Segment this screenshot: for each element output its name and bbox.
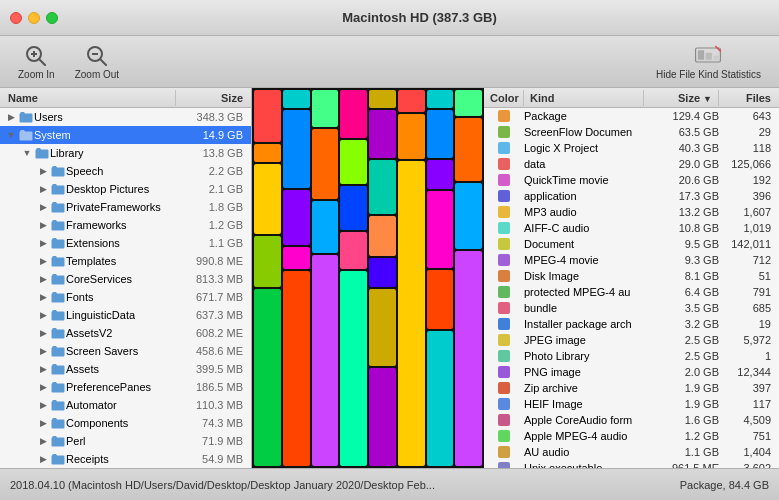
status-path: 2018.04.10 (Macintosh HD/Users/David/Des…: [10, 479, 680, 491]
file-row[interactable]: ▶ CoreServices 813.3 MB: [0, 270, 251, 288]
disclosure-triangle[interactable]: ▶: [36, 436, 50, 446]
stats-row[interactable]: Package 129.4 GB 643: [484, 108, 779, 124]
disclosure-triangle[interactable]: ▶: [36, 274, 50, 284]
file-row[interactable]: ▶ PrivateFrameworks 1.8 GB: [0, 198, 251, 216]
disclosure-triangle[interactable]: ▶: [36, 364, 50, 374]
stats-row[interactable]: AU audio 1.1 GB 1,404: [484, 444, 779, 460]
file-row[interactable]: ▶ Automator 110.3 MB: [0, 396, 251, 414]
kind-name: MP3 audio: [524, 206, 644, 218]
viz-block: [312, 201, 339, 253]
file-row[interactable]: ▶ Assets 399.5 MB: [0, 360, 251, 378]
stats-row[interactable]: Apple CoreAudio form 1.6 GB 4,509: [484, 412, 779, 428]
file-row[interactable]: ▶ Components 74.3 MB: [0, 414, 251, 432]
stats-row[interactable]: Logic X Project 40.3 GB 118: [484, 140, 779, 156]
stats-row[interactable]: Document 9.5 GB 142,011: [484, 236, 779, 252]
stats-row[interactable]: bundle 3.5 GB 685: [484, 300, 779, 316]
color-swatch: [498, 238, 510, 250]
stats-row[interactable]: application 17.3 GB 396: [484, 188, 779, 204]
file-row[interactable]: ▶ Perl 71.9 MB: [0, 432, 251, 450]
disclosure-triangle[interactable]: ▶: [36, 346, 50, 356]
hide-stats-button[interactable]: Hide File Kind Statistics: [650, 39, 767, 84]
stats-row[interactable]: Disk Image 8.1 GB 51: [484, 268, 779, 284]
name-column-header[interactable]: Name: [0, 90, 176, 106]
stats-row[interactable]: Unix executable 961.5 ME 3,602: [484, 460, 779, 468]
file-row[interactable]: ▶ Speech 2.2 GB: [0, 162, 251, 180]
stats-row[interactable]: PNG image 2.0 GB 12,344: [484, 364, 779, 380]
viz-block: [369, 289, 396, 365]
file-row[interactable]: ▶ Frameworks 1.2 GB: [0, 216, 251, 234]
file-row[interactable]: ▶ Fonts 671.7 MB: [0, 288, 251, 306]
color-swatch: [498, 126, 510, 138]
viz-block: [398, 161, 425, 466]
stats-row[interactable]: AIFF-C audio 10.8 GB 1,019: [484, 220, 779, 236]
stats-row[interactable]: data 29.0 GB 125,066: [484, 156, 779, 172]
disclosure-triangle[interactable]: ▶: [36, 328, 50, 338]
stats-row[interactable]: Photo Library 2.5 GB 1: [484, 348, 779, 364]
color-swatch: [498, 430, 510, 442]
viz-block: [369, 160, 396, 215]
color-swatch-cell: [484, 302, 524, 314]
stats-row[interactable]: Installer package arch 3.2 GB 19: [484, 316, 779, 332]
disclosure-triangle[interactable]: ▶: [36, 400, 50, 410]
kind-files: 751: [719, 430, 779, 442]
disclosure-triangle[interactable]: ▶: [36, 202, 50, 212]
file-size: 110.3 MB: [176, 399, 251, 411]
kind-column-header: Kind: [524, 90, 644, 106]
viz-column: [340, 90, 367, 466]
zoom-in-button[interactable]: Zoom In: [12, 39, 61, 84]
disclosure-triangle[interactable]: ▶: [4, 112, 18, 122]
file-name: Assets: [66, 363, 99, 375]
stats-row[interactable]: HEIF Image 1.9 GB 117: [484, 396, 779, 412]
stats-row[interactable]: Apple MPEG-4 audio 1.2 GB 751: [484, 428, 779, 444]
disclosure-triangle[interactable]: ▶: [36, 166, 50, 176]
viz-column: [398, 90, 425, 466]
disclosure-triangle[interactable]: ▶: [36, 184, 50, 194]
disclosure-triangle[interactable]: ▶: [36, 454, 50, 464]
file-row[interactable]: ▼ Library 13.8 GB: [0, 144, 251, 162]
viz-column: [369, 90, 396, 466]
viz-block: [283, 247, 310, 269]
file-row[interactable]: ▶ Users 348.3 GB: [0, 108, 251, 126]
file-row[interactable]: ▼ System 14.9 GB: [0, 126, 251, 144]
stats-row[interactable]: Zip archive 1.9 GB 397: [484, 380, 779, 396]
file-row[interactable]: ▶ Desktop Pictures 2.1 GB: [0, 180, 251, 198]
maximize-button[interactable]: [46, 12, 58, 24]
file-name: Templates: [66, 255, 116, 267]
stats-row[interactable]: ScreenFlow Documen 63.5 GB 29: [484, 124, 779, 140]
color-swatch: [498, 222, 510, 234]
zoom-out-button[interactable]: Zoom Out: [69, 39, 125, 84]
disclosure-triangle[interactable]: ▶: [36, 418, 50, 428]
disclosure-triangle[interactable]: ▼: [20, 148, 34, 158]
disclosure-triangle[interactable]: ▼: [4, 130, 18, 140]
file-size: 2.2 GB: [176, 165, 251, 177]
file-row[interactable]: ▶ Receipts 54.9 MB: [0, 450, 251, 468]
kind-files: 5,972: [719, 334, 779, 346]
disclosure-triangle[interactable]: ▶: [36, 220, 50, 230]
disclosure-triangle[interactable]: ▶: [36, 382, 50, 392]
file-row[interactable]: ▶ Extensions 1.1 GB: [0, 234, 251, 252]
file-row[interactable]: ▶ Screen Savers 458.6 ME: [0, 342, 251, 360]
disclosure-triangle[interactable]: ▶: [36, 310, 50, 320]
size-column-header[interactable]: Size: [176, 90, 251, 106]
stats-row[interactable]: MP3 audio 13.2 GB 1,607: [484, 204, 779, 220]
file-row[interactable]: ▶ Templates 990.8 ME: [0, 252, 251, 270]
size-column-header-stats[interactable]: Size ▼: [644, 90, 719, 106]
stats-row[interactable]: MPEG-4 movie 9.3 GB 712: [484, 252, 779, 268]
disclosure-triangle[interactable]: ▶: [36, 238, 50, 248]
disclosure-triangle[interactable]: ▶: [36, 256, 50, 266]
viz-block: [254, 144, 281, 162]
stats-row[interactable]: QuickTime movie 20.6 GB 192: [484, 172, 779, 188]
viz-block: [427, 270, 454, 329]
file-row[interactable]: ▶ AssetsV2 608.2 ME: [0, 324, 251, 342]
disclosure-triangle[interactable]: ▶: [36, 292, 50, 302]
file-row[interactable]: ▶ PreferencePanes 186.5 MB: [0, 378, 251, 396]
minimize-button[interactable]: [28, 12, 40, 24]
stats-row[interactable]: JPEG image 2.5 GB 5,972: [484, 332, 779, 348]
color-swatch-cell: [484, 286, 524, 298]
file-row[interactable]: ▶ LinguisticData 637.3 MB: [0, 306, 251, 324]
kind-files: 791: [719, 286, 779, 298]
svg-rect-10: [714, 56, 720, 60]
close-button[interactable]: [10, 12, 22, 24]
color-swatch-cell: [484, 398, 524, 410]
stats-row[interactable]: protected MPEG-4 au 6.4 GB 791: [484, 284, 779, 300]
